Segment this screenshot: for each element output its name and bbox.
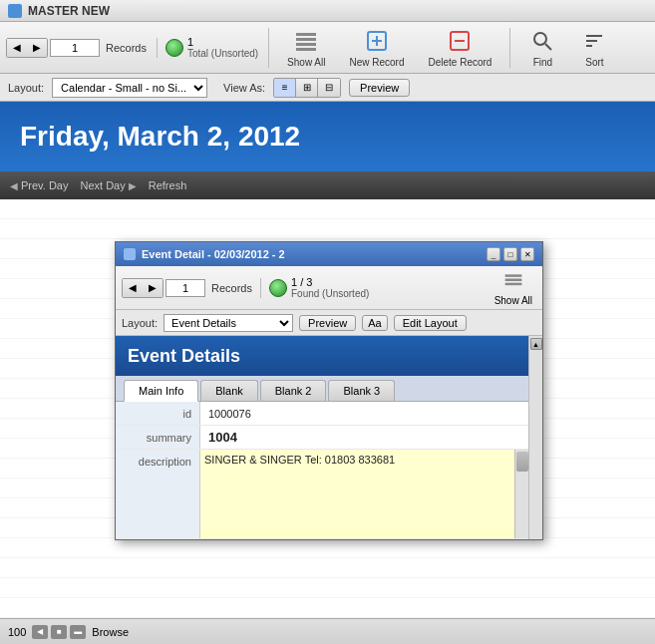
svg-rect-1 (296, 38, 316, 41)
preview-button[interactable]: Preview (349, 79, 410, 97)
summary-label: summary (116, 426, 200, 449)
svg-rect-15 (504, 279, 521, 282)
tab-main-info-label: Main Info (139, 385, 183, 397)
modal-title: Event Detail - 02/03/2012 - 2 (124, 248, 285, 260)
svg-line-10 (545, 44, 551, 50)
tab-main-info[interactable]: Main Info (124, 380, 198, 402)
modal-records-group: ◀ ▶ Records (122, 278, 261, 298)
modal-record-input[interactable] (165, 279, 205, 297)
tab-blank-2[interactable]: Blank 2 (260, 380, 327, 401)
record-number-input[interactable] (50, 39, 100, 57)
next-day-button[interactable]: Next Day ▶ (80, 179, 136, 191)
id-value: 1000076 (200, 402, 528, 425)
prev-day-button[interactable]: ◀ Prev. Day (10, 179, 68, 191)
status-icons: ◀ ■ ▬ (32, 625, 86, 639)
modal-total-info: 1 / 3 Found (Unsorted) (269, 276, 369, 299)
find-icon (528, 27, 556, 55)
next-day-label: Next Day (80, 179, 125, 191)
tab-blank-label: Blank (215, 385, 243, 397)
modal-close-button[interactable]: ✕ (520, 247, 534, 261)
new-record-icon (363, 27, 391, 55)
tab-blank-2-label: Blank 2 (275, 385, 312, 397)
calendar-date: Friday, March 2, 2012 (20, 121, 300, 153)
svg-rect-2 (296, 43, 316, 46)
form-row-summary: summary 1004 (116, 426, 528, 450)
find-button[interactable]: Find (520, 25, 564, 70)
status-dot (165, 39, 183, 57)
modal-window-buttons: _ □ ✕ (487, 247, 534, 261)
sort-icon (580, 27, 608, 55)
svg-rect-0 (296, 33, 316, 36)
view-table-button[interactable]: ⊞ (296, 79, 318, 97)
svg-point-9 (534, 33, 546, 45)
modal-show-all-icon (501, 269, 525, 293)
scroll-up-arrow[interactable]: ▲ (530, 338, 542, 350)
find-label: Find (533, 57, 552, 68)
app-title: MASTER NEW (28, 4, 110, 18)
modal-minimize-button[interactable]: _ (487, 247, 500, 261)
sort-label: Sort (585, 57, 603, 68)
modal-show-all-button[interactable]: Show All (491, 268, 536, 307)
status-icon-3: ▬ (70, 625, 86, 639)
modal-aa-button[interactable]: Aa (362, 315, 387, 331)
browse-label: Browse (92, 626, 129, 638)
modal-records-label: Records (211, 282, 252, 294)
modal-prev-record-button[interactable]: ◀ (123, 279, 143, 297)
show-all-icon (292, 27, 320, 55)
records-label: Records (106, 42, 147, 54)
modal-layout-label: Layout: (122, 317, 158, 329)
modal-maximize-button[interactable]: □ (503, 247, 517, 261)
event-detail-modal: Event Detail - 02/03/2012 - 2 _ □ ✕ ◀ ▶ … (115, 241, 543, 540)
total-count: 1 (187, 36, 258, 48)
tab-blank[interactable]: Blank (200, 380, 258, 401)
modal-found-label: 1 / 3 (291, 276, 369, 288)
next-record-button[interactable]: ▶ (27, 39, 47, 57)
modal-title-text: Event Detail - 02/03/2012 - 2 (142, 248, 285, 260)
modal-next-record-button[interactable]: ▶ (143, 279, 163, 297)
modal-preview-button[interactable]: Preview (299, 315, 356, 331)
total-sub: Total (Unsorted) (187, 48, 258, 59)
delete-record-icon (446, 27, 474, 55)
tab-blank-3-label: Blank 3 (343, 385, 380, 397)
view-buttons: ≡ ⊞ ⊟ (273, 78, 341, 98)
layout-select[interactable]: Calendar - Small - no Si... (52, 78, 207, 98)
description-scrollbar[interactable] (514, 450, 528, 538)
new-record-button[interactable]: New Record (341, 25, 412, 70)
modal-main: Event Details Main Info Blank Blank 2 Bl… (116, 336, 528, 539)
record-nav-buttons: ◀ ▶ (6, 38, 48, 58)
form-row-id: id 1000076 (116, 402, 528, 426)
main-toolbar: ◀ ▶ Records 1 Total (Unsorted) Show All … (0, 22, 655, 74)
modal-content-header: Event Details (116, 336, 528, 376)
next-arrow-icon: ▶ (129, 180, 137, 191)
status-icon-2: ■ (51, 625, 67, 639)
delete-record-button[interactable]: Delete Record (421, 25, 500, 70)
sort-button[interactable]: Sort (572, 25, 616, 70)
modal-tabs: Main Info Blank Blank 2 Blank 3 (116, 376, 528, 402)
calendar-header: Friday, March 2, 2012 (0, 102, 655, 171)
modal-layout-select[interactable]: Event Details (164, 314, 293, 332)
show-all-button[interactable]: Show All (279, 25, 333, 70)
tab-blank-3[interactable]: Blank 3 (328, 380, 395, 401)
status-icon-1: ◀ (32, 625, 48, 639)
modal-edit-layout-button[interactable]: Edit Layout (394, 315, 467, 331)
new-record-label: New Record (349, 57, 404, 68)
description-textarea[interactable]: SINGER & SINGER Tel: 01803 833681 (200, 450, 514, 529)
refresh-button[interactable]: Refresh (149, 179, 187, 191)
zoom-level: 100 (8, 626, 26, 638)
prev-record-button[interactable]: ◀ (7, 39, 27, 57)
modal-found-sub: Found (Unsorted) (291, 288, 369, 299)
nav-bar: ◀ Prev. Day Next Day ▶ Refresh (0, 171, 655, 199)
view-list-button[interactable]: ≡ (274, 79, 296, 97)
id-label: id (116, 402, 200, 425)
calendar-area: Event Detail - 02/03/2012 - 2 _ □ ✕ ◀ ▶ … (0, 199, 655, 618)
modal-side-scrollbar[interactable]: ▲ (528, 336, 542, 539)
refresh-label: Refresh (149, 179, 187, 191)
modal-record-nav: ◀ ▶ (122, 278, 164, 298)
modal-layout-bar: Layout: Event Details Preview Aa Edit La… (116, 310, 542, 336)
separator-1 (268, 28, 269, 68)
separator-2 (509, 28, 510, 68)
layout-label: Layout: (8, 82, 44, 94)
total-info: 1 Total (Unsorted) (165, 36, 258, 59)
svg-rect-14 (504, 274, 521, 277)
view-grid-button[interactable]: ⊟ (318, 79, 340, 97)
